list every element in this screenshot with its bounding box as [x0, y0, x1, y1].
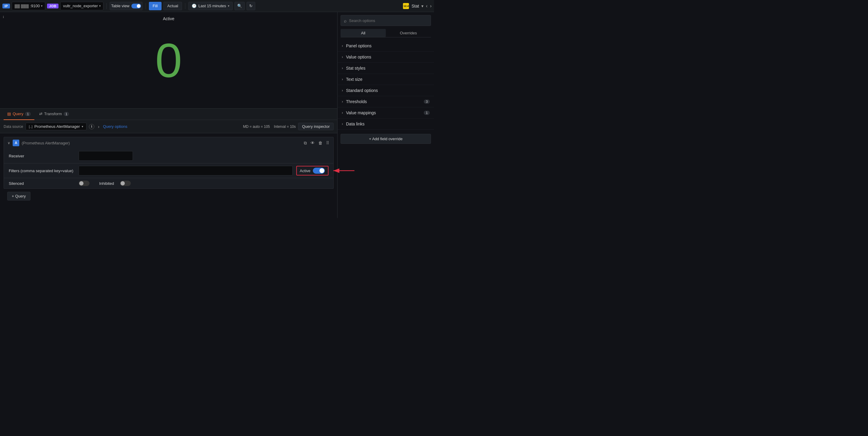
filters-row: Filters (comma separated key=value) Acti…: [4, 164, 333, 178]
search-box[interactable]: ⌕: [341, 15, 431, 26]
value-options-chevron-icon: ›: [342, 55, 343, 59]
thresholds-item[interactable]: › Thresholds 3: [338, 96, 434, 107]
search-icon: ⌕: [344, 18, 347, 23]
sep-2: [146, 3, 146, 9]
all-overrides-tabs: All Overrides: [341, 29, 431, 37]
data-links-item[interactable]: › Data links: [338, 118, 434, 130]
info-icon: i: [3, 15, 4, 19]
silenced-inhibited-row: Silenced Inhibited: [4, 178, 333, 188]
query-row-actions: ⧉ 👁 🗑 ⠿: [303, 140, 330, 146]
data-links-chevron-icon: ›: [342, 122, 343, 126]
panel-options-chevron-icon: ›: [342, 44, 343, 48]
panel-type-chevron-icon: ▾: [421, 4, 424, 8]
query-body: ∨ A (Prometheus AlertManager) ⧉ 👁 🗑 ⠿ Re…: [0, 133, 337, 218]
data-source-label: Data source: [4, 124, 23, 129]
query-config-bar: Data source [..] Prometheus AlertManager…: [0, 120, 337, 133]
transform-icon: ⇄: [39, 112, 42, 116]
filters-label: Filters (comma separated key=value): [9, 169, 75, 173]
query-delete-icon[interactable]: 🗑: [318, 140, 323, 146]
right-panel: ⌕ All Overrides › Panel options › Value …: [338, 12, 434, 218]
panel-options-item[interactable]: › Panel options: [338, 40, 434, 52]
inhibited-toggle[interactable]: [120, 181, 131, 186]
job-chevron-icon: ▾: [99, 4, 101, 7]
query-inspector-button[interactable]: Query inspector: [298, 123, 334, 130]
job-select[interactable]: vultr_node_exporter ▾: [60, 2, 103, 10]
table-view-switch[interactable]: [131, 4, 141, 8]
value-mappings-count-badge: 1: [424, 111, 430, 115]
active-box: Active: [296, 166, 329, 175]
time-range-picker[interactable]: 🕐 Last 15 minutes ▾: [188, 2, 233, 10]
stat-styles-item[interactable]: › Stat styles: [338, 63, 434, 74]
query-meta-md: MD = auto = 105 Interval = 10s: [243, 124, 296, 129]
viz-number: 0: [155, 36, 182, 84]
panel-type-label: Stat: [411, 4, 419, 8]
panel-nav-back-icon[interactable]: ‹: [426, 3, 427, 9]
toolbar-right: 12.4 Stat ▾ ‹ ›: [403, 3, 432, 9]
viz-area: i Active 0: [0, 12, 337, 109]
text-size-chevron-icon: ›: [342, 77, 343, 81]
query-tabs: ▤ Query 1 ⇄ Transform 1: [0, 109, 337, 120]
query-letter-badge: A: [13, 140, 19, 146]
text-size-item[interactable]: › Text size: [338, 74, 434, 85]
receiver-label: Receiver: [9, 154, 75, 158]
query-icon: ▤: [7, 112, 11, 116]
query-info-icon[interactable]: ℹ: [89, 124, 94, 129]
stat-icon: 12.4: [403, 3, 409, 9]
ds-chevron-icon: ▾: [82, 125, 83, 128]
query-options-label[interactable]: Query options: [103, 124, 127, 129]
tab-query[interactable]: ▤ Query 1: [4, 109, 34, 120]
query-eye-icon[interactable]: 👁: [310, 140, 315, 146]
options-list: › Panel options › Value options › Stat s…: [338, 39, 434, 131]
red-arrow: [332, 166, 356, 175]
silenced-toggle[interactable]: [79, 181, 90, 186]
tab-transform[interactable]: ⇄ Transform 1: [36, 109, 73, 120]
query-drag-icon[interactable]: ⠿: [326, 140, 330, 146]
add-field-override-button[interactable]: + Add field override: [341, 134, 431, 144]
value-mappings-chevron-icon: ›: [342, 111, 343, 115]
zoom-out-button[interactable]: 🔍: [235, 2, 245, 10]
query-row-header: ∨ A (Prometheus AlertManager) ⧉ 👁 🗑 ⠿: [4, 137, 334, 149]
active-toggle[interactable]: [313, 168, 325, 174]
time-chevron-icon: ▾: [228, 4, 229, 7]
toolbar: IP ▓▓ ▓▓▓ :9100 ▾ JOB vultr_node_exporte…: [0, 0, 434, 12]
sep-1: [106, 3, 107, 9]
actual-button[interactable]: Actual: [163, 2, 182, 10]
silenced-label: Silenced: [9, 181, 75, 186]
ip-badge: IP: [2, 4, 10, 8]
value-options-item[interactable]: › Value options: [338, 52, 434, 63]
table-view-toggle[interactable]: Table view: [110, 2, 143, 10]
receiver-row: Receiver: [4, 149, 333, 164]
active-toggle-label: Active: [300, 169, 310, 173]
refresh-button[interactable]: ↻: [247, 2, 255, 10]
receiver-input[interactable]: [79, 151, 133, 161]
standard-options-item[interactable]: › Standard options: [338, 85, 434, 96]
transform-count-badge: 1: [64, 112, 69, 116]
viz-active-label: Active: [163, 16, 174, 21]
query-duplicate-icon[interactable]: ⧉: [303, 140, 307, 146]
query-count-badge: 1: [25, 112, 30, 116]
thresholds-chevron-icon: ›: [342, 99, 343, 104]
fill-button[interactable]: Fill: [149, 2, 162, 10]
stat-styles-chevron-icon: ›: [342, 66, 343, 70]
data-source-select[interactable]: [..] Prometheus AlertManager ▾: [26, 123, 87, 130]
tab-overrides[interactable]: Overrides: [386, 29, 431, 37]
query-collapse-icon[interactable]: ∨: [7, 141, 10, 145]
inhibited-label: Inhibited: [99, 181, 114, 186]
standard-options-chevron-icon: ›: [342, 88, 343, 93]
query-source-name: (Prometheus AlertManager): [22, 141, 70, 145]
table-view-label: Table view: [111, 4, 130, 8]
ip-input[interactable]: ▓▓ ▓▓▓ :9100 ▾: [12, 2, 45, 10]
thresholds-count-badge: 3: [424, 99, 430, 104]
job-badge: JOB: [47, 4, 59, 8]
add-query-button[interactable]: + Query: [7, 192, 30, 201]
search-input[interactable]: [349, 19, 428, 23]
clock-icon: 🕐: [192, 4, 196, 8]
ip-chevron-icon: ▾: [41, 4, 42, 7]
add-query-row: + Query: [4, 189, 334, 204]
query-fields: Receiver Filters (comma separated key=va…: [4, 149, 334, 189]
panel-nav-forward-icon[interactable]: ›: [430, 3, 432, 9]
value-mappings-item[interactable]: › Value mappings 1: [338, 107, 434, 118]
filters-input[interactable]: [79, 166, 293, 175]
panel-area: i Active 0 ▤ Query 1 ⇄ Transform 1 Data …: [0, 12, 338, 218]
tab-all[interactable]: All: [341, 29, 386, 37]
